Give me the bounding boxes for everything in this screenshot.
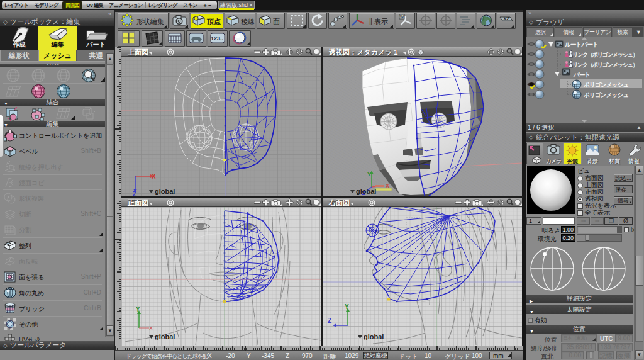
svg-text:global: global — [356, 188, 376, 195]
svg-text:リンク（ポリゴンメッシュ）: リンク（ポリゴンメッシュ） — [572, 52, 638, 58]
svg-text:Y: Y — [345, 303, 349, 310]
svg-text:リンク（ポリゴンメッシュ）: リンク（ポリゴンメッシュ） — [572, 62, 638, 68]
svg-text:Y: Y — [136, 306, 140, 313]
svg-text:Y: Y — [367, 171, 371, 177]
svg-text:パート: パート — [573, 71, 591, 78]
svg-text:ポリゴンメッシュ: ポリゴンメッシュ — [583, 91, 628, 98]
svg-text:global: global — [364, 333, 384, 340]
svg-text:ルートパート: ルートパート — [564, 41, 598, 48]
svg-text:global: global — [155, 188, 175, 195]
svg-text:X: X — [152, 173, 156, 180]
svg-text:global: global — [155, 333, 175, 340]
svg-text:X: X — [386, 183, 389, 189]
svg-text:123..: 123.. — [211, 35, 223, 42]
svg-text:Z: Z — [328, 317, 331, 324]
svg-text:W: W — [400, 14, 404, 19]
svg-text:XZ: XZ — [502, 16, 510, 21]
svg-text:×: × — [149, 325, 153, 332]
svg-text:ポリゴンメッシュ: ポリゴンメッシュ — [583, 81, 628, 88]
